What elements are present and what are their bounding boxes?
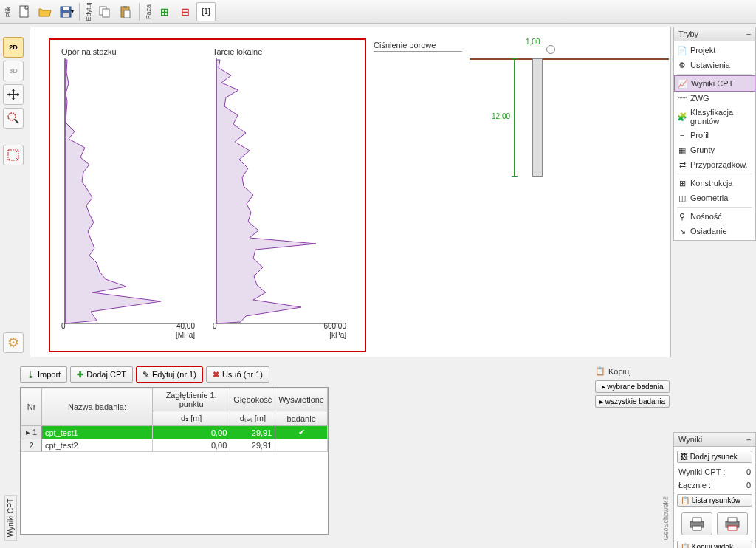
mode-label: Projekt [690, 46, 715, 55]
mode-item-profil[interactable]: ≡Profil [674, 128, 755, 143]
add-cpt-button[interactable]: ✚Dodaj CPT [70, 366, 133, 383]
svg-rect-17 [693, 518, 701, 522]
copy-all-button[interactable]: ▸ wszystkie badania [595, 395, 670, 408]
mode-label: Grunty [690, 145, 715, 154]
mode-label: Klasyfikacja gruntów [690, 108, 752, 126]
th-dispb[interactable]: badanie [275, 411, 328, 426]
th-d1b[interactable]: d₁ [m] [153, 411, 230, 426]
cpt-charts-box: Opór na stożku 040,00 [MPa] Tarcie lokal… [49, 38, 366, 352]
th-d1a[interactable]: Zagłębienie 1. punktu [153, 388, 230, 411]
chart2-xmax: 600,00 [323, 322, 346, 330]
zoom-button[interactable] [3, 108, 24, 129]
mode-item-geometria[interactable]: ◫Geometria [674, 191, 755, 205]
settings-gear-button[interactable]: ⚙ [3, 332, 24, 353]
bottom-area: Wyniki CPT ⭳Import ✚Dodaj CPT ✎Edytuj (n… [4, 363, 671, 545]
chart2-unit: [kPa] [329, 331, 346, 339]
mode-icon: 〰 [677, 93, 687, 103]
mode-icon: 📈 [678, 78, 688, 89]
mode-item-wynikicpt[interactable]: 📈Wyniki CPT [674, 75, 755, 92]
results-row1-val: 0 [746, 467, 751, 476]
modes-panel-header: Tryby – [673, 27, 756, 41]
mode-item-osiadanie[interactable]: ↘Osiadanie [674, 224, 755, 239]
mode-item-ustawienia[interactable]: ⚙Ustawienia [674, 58, 755, 72]
edit-menu-label: Edytuj [78, 7, 99, 17]
bottom-side-tab[interactable]: Wyniki CPT [4, 495, 17, 541]
table-row[interactable]: 2cpt_test20,0029,91 [21, 439, 328, 452]
results-panel-header: Wyniki – [673, 432, 756, 447]
mode-item-grunty[interactable]: ▦Grunty [674, 143, 755, 157]
top-toolbar: Plik ▾ Edytuj Faza ⊞ ⊟ [1] [0, 0, 756, 24]
open-file-button[interactable] [35, 2, 55, 21]
save-file-button[interactable]: ▾ [56, 2, 75, 21]
cross-section-view: 1,00 12,00 [470, 42, 669, 205]
copy-selected-button[interactable]: ▸ wybrane badania [595, 380, 670, 393]
copy-view-button[interactable]: 📋 Kopiuj widok [677, 541, 752, 548]
th-nr[interactable]: Nr [21, 388, 42, 426]
pile-shape [532, 58, 543, 177]
chart-title-3: Ciśnienie porowe [374, 41, 462, 52]
edit-cpt-button[interactable]: ✎Edytuj (nr 1) [136, 366, 203, 383]
results-row2-val: 0 [746, 481, 751, 490]
row-nr: ▸ 1 [21, 426, 42, 439]
th-dtotb[interactable]: dₜₒₜ [m] [230, 411, 275, 426]
mode-label: Wyniki CPT [691, 79, 733, 88]
pile-head-marker [546, 45, 555, 54]
mode-icon: ◫ [677, 193, 687, 203]
svg-rect-5 [103, 9, 109, 17]
mode-label: Nośność [690, 212, 722, 221]
copy-panel: 📋 Kopiuj ▸ wybrane badania ▸ wszystkie b… [594, 363, 671, 409]
chart-svg-2 [213, 58, 342, 327]
th-name[interactable]: Nazwa badania: [42, 388, 153, 426]
row-name: cpt_test1 [42, 426, 153, 439]
mode-item-klasyfikacjagruntw[interactable]: 🧩Klasyfikacja gruntów [674, 106, 755, 128]
print-button[interactable] [681, 512, 712, 535]
fit-view-button[interactable] [3, 145, 24, 165]
chart-svg-1 [61, 58, 190, 327]
mode-item-przyporzdkow[interactable]: ⇄Przyporządkow. [674, 157, 755, 172]
mode-label: Osiadanie [690, 227, 727, 236]
table-row[interactable]: ▸ 1cpt_test10,0029,91✔ [21, 426, 328, 439]
mode-label: Przyporządkow. [690, 160, 748, 169]
import-button[interactable]: ⭳Import [20, 366, 67, 383]
view-3d-button[interactable]: 3D [3, 61, 24, 81]
svg-rect-8 [124, 10, 130, 18]
geoschowek-label: GeoSchowek™ [662, 493, 670, 541]
phase-tab-1[interactable]: [1] [196, 2, 216, 21]
mode-icon: ⊞ [677, 178, 687, 188]
mode-item-nono[interactable]: ⚲Nośność [674, 209, 755, 224]
cpt-table: Nr Nazwa badania: Zagłębienie 1. punktu … [20, 387, 329, 535]
modes-panel: Tryby – 📄Projekt⚙Ustawienia📈Wyniki CPT〰Z… [673, 27, 756, 241]
delete-cpt-button[interactable]: ✖Usuń (nr 1) [206, 366, 269, 383]
svg-rect-7 [123, 6, 127, 8]
view-2d-button[interactable]: 2D [3, 37, 24, 58]
svg-line-10 [15, 120, 18, 123]
paste-button[interactable] [116, 2, 135, 21]
mode-item-zwg[interactable]: 〰ZWG [674, 91, 755, 106]
pan-button[interactable] [3, 84, 24, 105]
add-drawing-button[interactable]: 🖼 Dodaj rysunek [677, 451, 752, 463]
results-panel-collapse[interactable]: – [746, 435, 751, 444]
chart-title-2: Tarcie lokalne [213, 47, 357, 56]
row-d1: 0,00 [153, 439, 230, 452]
mode-icon: ⇄ [677, 160, 687, 170]
mode-icon: ⚙ [677, 60, 687, 70]
mode-item-konstrukcja[interactable]: ⊞Konstrukcja [674, 176, 755, 191]
svg-rect-20 [728, 518, 737, 522]
modes-panel-collapse[interactable]: – [746, 30, 751, 38]
row-disp [275, 439, 328, 452]
phase-menu-label: Faza [138, 7, 159, 17]
th-dispa[interactable]: Wyświetlone [275, 388, 328, 411]
drawing-list-button[interactable]: 📋 Lista rysunków [677, 494, 752, 507]
dimension-width-label: 1,00 [526, 38, 540, 46]
remove-phase-button[interactable]: ⊟ [176, 2, 195, 21]
bottom-button-row: ⭳Import ✚Dodaj CPT ✎Edytuj (nr 1) ✖Usuń … [20, 363, 671, 387]
print-color-button[interactable] [717, 512, 748, 535]
dimension-depth [514, 58, 515, 177]
mode-item-projekt[interactable]: 📄Projekt [674, 43, 755, 58]
results-panel: Wyniki – 🖼 Dodaj rysunek Wyniki CPT :0 Ł… [673, 432, 756, 548]
mode-icon: 📄 [677, 45, 687, 55]
row-d1: 0,00 [153, 426, 230, 439]
results-row2-label: Łącznie : [678, 481, 711, 490]
ground-line [470, 58, 669, 60]
th-dtota[interactable]: Głębokość [230, 388, 275, 411]
